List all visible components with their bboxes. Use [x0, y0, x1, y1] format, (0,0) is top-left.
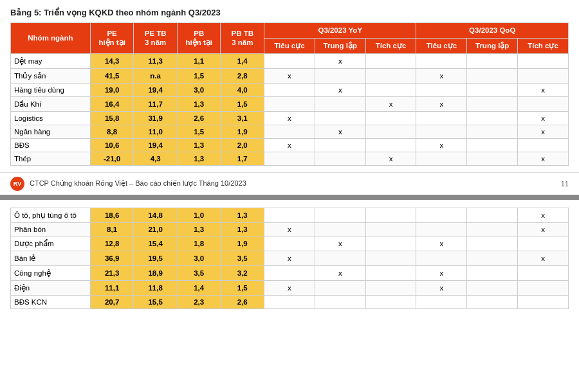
- table2: Ô tô, phụ tùng ô tô18,614,81,01,3xPhân b…: [10, 208, 569, 309]
- table-cell: x: [365, 152, 416, 165]
- table-cell: 3,2: [221, 265, 264, 280]
- header-yoy-trung: Trung lập: [315, 38, 365, 53]
- table-row: Dệt may14,311,31,11,4x: [11, 53, 569, 68]
- table-cell: [365, 295, 416, 308]
- table-cell: 20,7: [90, 295, 134, 308]
- table-cell: 11,1: [90, 280, 134, 295]
- table-row: Dược phẩm12,815,41,81,9xx: [11, 236, 569, 251]
- table-row: Dầu Khí16,411,71,31,5xx: [11, 96, 569, 111]
- table-cell: [365, 138, 416, 152]
- table-cell: Dược phẩm: [11, 236, 91, 251]
- table-cell: 14,3: [90, 53, 134, 68]
- table-cell: [467, 53, 518, 68]
- table-cell: 19,5: [134, 251, 178, 265]
- table-cell: [315, 208, 365, 222]
- section-bottom: Ô tô, phụ tùng ô tô18,614,81,01,3xPhân b…: [0, 201, 579, 316]
- table-cell: 12,8: [90, 236, 134, 251]
- table-row: Công nghệ21,318,93,53,2xx: [11, 265, 569, 280]
- table-cell: [416, 83, 467, 96]
- table-cell: 15,8: [90, 111, 134, 125]
- table-cell: 19,4: [134, 83, 178, 96]
- table-cell: 18,6: [90, 208, 134, 222]
- table-cell: Dệt may: [11, 53, 91, 68]
- table-cell: [467, 208, 518, 222]
- table-cell: [518, 138, 569, 152]
- table-cell: 1,3: [221, 222, 264, 236]
- table-cell: 31,9: [134, 111, 178, 125]
- header-qoq-trung: Trung lập: [467, 38, 518, 53]
- table-cell: [467, 222, 518, 236]
- table-cell: BĐS KCN: [11, 295, 91, 308]
- table-row: Logistics15,831,92,63,1xx: [11, 111, 569, 125]
- table-cell: [315, 96, 365, 111]
- table-row: Điện11,111,81,41,5xx: [11, 280, 569, 295]
- table-cell: x: [416, 68, 467, 83]
- table-cell: [416, 111, 467, 125]
- table-cell: [315, 152, 365, 165]
- table-cell: x: [518, 83, 569, 96]
- table-cell: x: [416, 96, 467, 111]
- table-cell: [365, 265, 416, 280]
- table-cell: Phân bón: [11, 222, 91, 236]
- table-row: Thép-21,04,31,31,7xx: [11, 152, 569, 165]
- table-cell: [365, 208, 416, 222]
- table-cell: [467, 68, 518, 83]
- table-cell: 11,7: [134, 96, 178, 111]
- table-cell: [315, 295, 365, 308]
- table-cell: x: [365, 96, 416, 111]
- table-cell: Thép: [11, 152, 91, 165]
- table-cell: 11,8: [134, 280, 178, 295]
- table-cell: 1,5: [221, 96, 264, 111]
- table-cell: 2,6: [177, 111, 221, 125]
- table-cell: 1,3: [177, 222, 221, 236]
- table-row: Ngân hàng8,811,01,51,9xx: [11, 125, 569, 138]
- table-cell: 3,5: [221, 251, 264, 265]
- table-cell: n.a: [134, 68, 178, 83]
- table-cell: [416, 53, 467, 68]
- header-nhomnganh: Nhóm ngành: [11, 23, 91, 54]
- table-cell: 1,0: [177, 208, 221, 222]
- table-cell: 18,9: [134, 265, 178, 280]
- table-cell: [365, 236, 416, 251]
- table-cell: Điện: [11, 280, 91, 295]
- table-title: Bảng 5: Triển vọng KQKD theo nhóm ngành …: [10, 8, 569, 17]
- table-cell: 1,3: [221, 208, 264, 222]
- table-cell: 19,4: [134, 138, 178, 152]
- table-cell: x: [416, 280, 467, 295]
- table-row: BĐS KCN20,715,52,32,6: [11, 295, 569, 308]
- table-cell: [365, 111, 416, 125]
- header-yoy-tich: Tích cực: [365, 38, 416, 53]
- table-cell: 1,1: [177, 53, 221, 68]
- table-row: Thủy sản41,5n.a1,52,8xx: [11, 68, 569, 83]
- table-cell: x: [315, 125, 365, 138]
- table-cell: x: [264, 280, 315, 295]
- table-cell: [264, 152, 315, 165]
- table-cell: [467, 295, 518, 308]
- table-cell: [264, 295, 315, 308]
- table-cell: Bán lẻ: [11, 251, 91, 265]
- header-yoy: Q3/2023 YoY: [264, 23, 416, 39]
- table-cell: [467, 280, 518, 295]
- table-cell: [518, 236, 569, 251]
- table-cell: x: [315, 53, 365, 68]
- table-cell: 1,5: [177, 125, 221, 138]
- table-row: Hàng tiêu dùng19,019,43,04,0xx: [11, 83, 569, 96]
- table-cell: 2,8: [221, 68, 264, 83]
- table-row: Ô tô, phụ tùng ô tô18,614,81,01,3x: [11, 208, 569, 222]
- table-cell: Thủy sản: [11, 68, 91, 83]
- table-cell: Dầu Khí: [11, 96, 91, 111]
- table-cell: x: [518, 152, 569, 165]
- table-cell: [365, 53, 416, 68]
- table-cell: 3,5: [177, 265, 221, 280]
- table-cell: x: [518, 208, 569, 222]
- table-cell: 1,4: [221, 53, 264, 68]
- table-cell: 8,1: [90, 222, 134, 236]
- table-cell: x: [518, 222, 569, 236]
- table-cell: [264, 236, 315, 251]
- table-cell: [518, 96, 569, 111]
- table-cell: x: [315, 265, 365, 280]
- table-cell: [467, 83, 518, 96]
- table-cell: 11,3: [134, 53, 178, 68]
- table-cell: 1,5: [221, 280, 264, 295]
- table-cell: 3,1: [221, 111, 264, 125]
